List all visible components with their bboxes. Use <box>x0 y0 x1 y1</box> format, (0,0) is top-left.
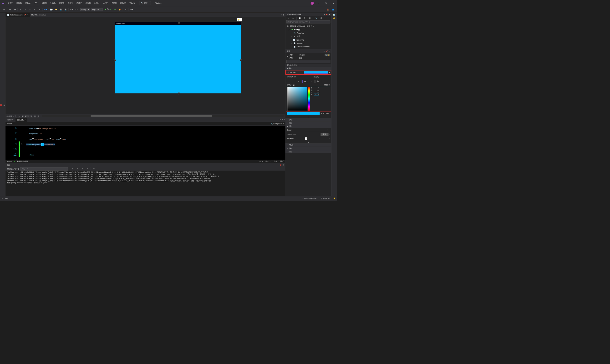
eyedropper-icon[interactable]: ✎ <box>321 112 322 114</box>
props-search[interactable] <box>286 60 330 63</box>
r-value[interactable]: 6 <box>314 87 319 89</box>
out-dropdown-icon[interactable]: ▾ <box>278 164 278 166</box>
maximize-button[interactable]: ▢ <box>323 1 328 5</box>
layout-2-icon[interactable]: ▤▾ <box>130 8 133 11</box>
design-canvas[interactable]: 💡▸ MainWindow <box>5 17 285 114</box>
prop-close-icon[interactable]: ✕ <box>329 50 330 52</box>
live-share-icon[interactable]: 👥 <box>331 8 335 11</box>
hot-reload-icon[interactable]: 🔥▾ <box>118 8 121 11</box>
sol-drop-icon[interactable]: ▾ <box>324 13 324 15</box>
cat-brush[interactable]: ◢画笔 <box>286 67 331 70</box>
split-icon[interactable]: ÷ <box>283 123 284 125</box>
xaml-tab[interactable]: ▣ XAML ⬈ <box>15 118 27 122</box>
sol-showall-icon[interactable]: ▦ <box>308 16 311 20</box>
resources-label[interactable]: 颜色资源 <box>324 84 330 86</box>
lightbulb-icon[interactable]: 💡▸ <box>237 18 242 21</box>
sol-collapse-icon[interactable]: ⊟ <box>319 16 323 20</box>
save-icon[interactable]: 💾 <box>59 8 63 11</box>
nav-back-icon[interactable]: ⟵ <box>8 8 12 11</box>
window-preview[interactable]: MainWindow <box>115 22 241 93</box>
tree-references[interactable]: ▷▪▪引用 <box>286 35 331 38</box>
zoom-value[interactable]: 80.96% <box>7 115 12 117</box>
out-prev-icon[interactable]: ≡ <box>76 167 79 170</box>
tree-appconfig[interactable]: 📄App.config <box>286 38 331 41</box>
menu-edit[interactable]: 编辑(E) <box>15 1 23 5</box>
bc-grid[interactable]: ▣ Grid <box>7 123 13 125</box>
out-wrap-icon[interactable]: ↩ <box>92 167 96 170</box>
code-lines[interactable]: xmlns:local="clr-namespace:WpfApp" mc:Ig… <box>24 126 285 160</box>
fx-icon[interactable]: fx <box>18 115 20 117</box>
snap-icon[interactable]: ▢ <box>27 115 30 117</box>
align-v-icon[interactable]: ≡ <box>33 8 37 11</box>
hex-value[interactable]: #FF06B... <box>323 112 330 114</box>
group-icon[interactable]: ▦ <box>38 8 41 11</box>
start-nobuild-icon[interactable]: ▷ ▾ <box>113 8 117 11</box>
undo-icon[interactable]: ↶ ▾ <box>70 8 73 11</box>
prop-background[interactable]: Background ▪ <box>286 70 331 75</box>
close-button[interactable]: ✕ <box>330 1 336 5</box>
prop-drop-icon[interactable]: ▾ <box>324 50 324 52</box>
solution-search[interactable] <box>286 20 330 23</box>
name-value[interactable]: <无名称> <box>299 54 323 56</box>
left-tool-margin[interactable]: 🧰 🗃 <box>0 13 5 196</box>
menu-test[interactable]: 测试(S) <box>84 1 92 5</box>
refresh-icon[interactable]: ⟳ <box>15 115 17 117</box>
share-icon[interactable]: 📤 <box>326 8 329 11</box>
wrench-icon[interactable]: 🔧 ⚡ <box>324 54 330 56</box>
bell-icon[interactable]: 🔔 <box>333 197 335 200</box>
sol-refresh-icon[interactable]: ⟳ <box>303 16 306 20</box>
out-pin-icon[interactable]: 📌 <box>280 164 281 166</box>
notif-icon[interactable]: 🔔 <box>333 17 335 19</box>
data-sources-icon[interactable]: 🗃 <box>3 104 5 106</box>
g-value[interactable]: 186 <box>314 89 319 91</box>
hue-bar[interactable] <box>308 87 310 111</box>
tree-project[interactable]: ◢▣WpfApp <box>286 28 331 31</box>
tile-tab[interactable]: 🖼 <box>315 80 321 83</box>
minimize-button[interactable]: ─ <box>316 1 321 5</box>
isenabled-checkbox[interactable]: ✔ <box>305 137 307 140</box>
grid2-icon[interactable]: ▦ <box>24 115 26 117</box>
prop-opacitymask[interactable]: OpacityMask 无画笔 ▫ <box>286 75 331 79</box>
output-icon[interactable]: ▭ <box>2 198 3 200</box>
sol-saveall-icon[interactable]: 💾 <box>298 16 301 20</box>
tree-mainwindow[interactable]: ▷📄MainWindow.xaml <box>286 45 331 48</box>
tree-solution[interactable]: ⊡解决方案 'WpfApp' (1 个项目, 共 1 <box>286 25 331 28</box>
tab-dropdown-icon[interactable]: ▾ <box>281 14 282 16</box>
preview-body[interactable] <box>115 25 241 93</box>
source-control[interactable]: ↑ 添加到源代码管理 ▴ <box>302 197 317 200</box>
start-button[interactable]: ▶ 启动 ▾ <box>104 8 112 11</box>
cat-layout[interactable]: ▷布局 <box>286 118 331 121</box>
prop-datacontext[interactable]: DataContext新建▫ <box>286 132 331 136</box>
sol-pin-icon[interactable]: 📌 <box>326 13 328 15</box>
layout-h-icon[interactable]: ◫ <box>280 119 281 121</box>
diag-icon[interactable]: 📊 <box>333 13 335 15</box>
pin-icon[interactable]: 📌 <box>24 14 26 16</box>
a-value[interactable]: 100% <box>314 94 319 95</box>
b-value[interactable]: 255 <box>314 91 319 93</box>
gradient-tab[interactable]: ▭ <box>309 80 314 83</box>
design-tab[interactable]: ⬚ 设计 ↕ <box>5 118 15 122</box>
prop-isenabled[interactable]: IsEnabled✔▫ <box>286 136 331 141</box>
zoom-pct[interactable]: 188 % <box>7 161 12 162</box>
output-content[interactable]: "WpfApp.exe" (CLR v4.0.30319: WpfApp.exe… <box>5 170 285 196</box>
config-combo[interactable]: Debug▾ <box>80 8 90 11</box>
sol-close-icon[interactable]: ✕ <box>329 13 330 15</box>
nav-fwd-icon[interactable]: ⟶ <box>13 8 16 11</box>
new-item-icon[interactable]: 📄▾ <box>50 8 53 11</box>
open-icon[interactable]: 📂 <box>54 8 58 11</box>
marker-icon[interactable]: ▫ <box>330 76 330 78</box>
menu-design[interactable]: 设计(G) <box>66 1 75 5</box>
spaces-status[interactable]: 空格 <box>274 160 277 162</box>
out-close-icon[interactable]: ✕ <box>282 164 284 166</box>
platform-combo[interactable]: Any CPU▾ <box>91 8 103 11</box>
code-editor[interactable]: 6789101112 ⊟ xmlns:local="clr-namespace:… <box>5 126 285 160</box>
repo-select[interactable]: 🗄 选择仓库 ▴ <box>321 197 330 200</box>
dropper-icon[interactable]: ◐▾ <box>293 84 295 86</box>
cat-transform[interactable]: ▷转换 <box>286 147 331 150</box>
tab-mainwindow-xaml-cs[interactable]: MainWindow.xaml.cs <box>30 13 48 17</box>
toolbox-icon[interactable]: 🧰 <box>0 104 2 106</box>
issues-status[interactable]: 未找到相关问题 <box>17 160 28 162</box>
right-tool-margin[interactable]: 📊 🔔 <box>331 13 337 196</box>
output-source-combo[interactable]: 调试▾ <box>21 167 68 170</box>
menu-project[interactable]: 项目(P) <box>40 1 48 5</box>
